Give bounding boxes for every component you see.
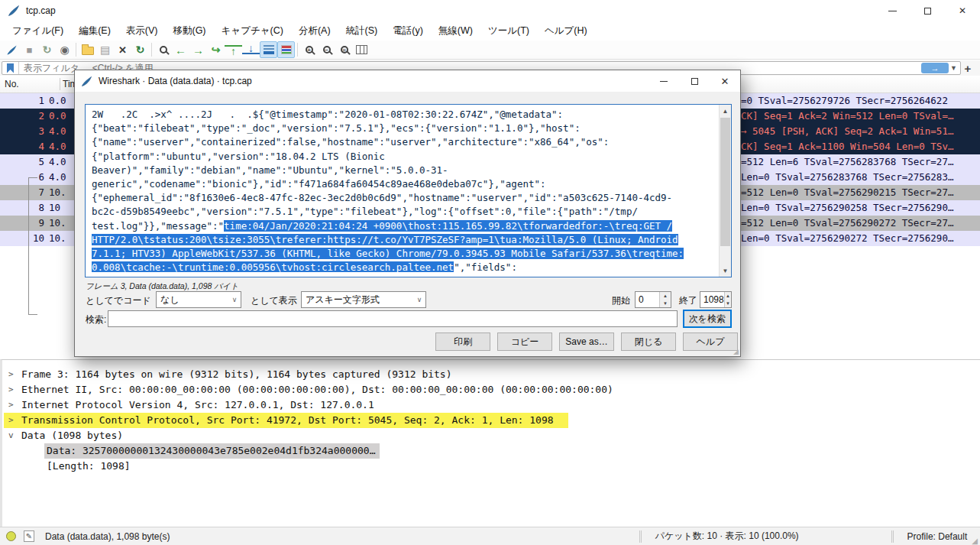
- maximize-button[interactable]: [910, 0, 945, 21]
- menu-tools[interactable]: ツール(T): [480, 21, 537, 41]
- zoom-in-icon[interactable]: +: [300, 41, 318, 58]
- menu-capture[interactable]: キャプチャ(C): [214, 21, 291, 41]
- print-button[interactable]: 印刷: [435, 333, 490, 351]
- status-profile[interactable]: Profile: Default: [907, 531, 968, 542]
- decode-as-label: としてでコード: [86, 294, 151, 307]
- decode-as-value: なし: [157, 294, 228, 307]
- add-filter-button[interactable]: +: [961, 61, 975, 75]
- menu-file[interactable]: ファイル(F): [5, 21, 71, 41]
- expand-arrow-icon[interactable]: >: [8, 367, 14, 382]
- decode-as-select[interactable]: なし ∨: [156, 291, 241, 308]
- tcp-stream-bracket: [28, 177, 37, 315]
- dialog-maximize-button[interactable]: [679, 70, 710, 92]
- close-file-icon[interactable]: [114, 41, 131, 58]
- find-next-button[interactable]: 次を検索: [683, 310, 732, 328]
- menu-wireless[interactable]: 無線(W): [431, 21, 480, 41]
- save-file-icon[interactable]: [96, 41, 114, 58]
- go-back-icon[interactable]: [172, 41, 189, 58]
- dialog-resize-grip[interactable]: ◢: [733, 348, 739, 355]
- filter-bookmark-button[interactable]: [2, 62, 19, 74]
- detail-row-ethernet[interactable]: >Ethernet II, Src: 00:00:00_00:00:00 (00…: [2, 382, 980, 397]
- go-first-icon[interactable]: [225, 45, 242, 56]
- spinner-arrows-icon[interactable]: ▲▼: [724, 292, 731, 307]
- detail-row-data-length[interactable]: [Length: 1098]: [2, 459, 980, 474]
- scroll-down-icon[interactable]: ▼: [720, 264, 731, 277]
- copy-button[interactable]: コピー: [497, 333, 552, 351]
- dialog-scrollbar[interactable]: ▲ ▼: [719, 105, 731, 277]
- auto-scroll-icon[interactable]: [260, 41, 277, 58]
- close-button[interactable]: ✕: [945, 0, 980, 21]
- menu-help[interactable]: ヘルプ(H): [537, 21, 595, 41]
- detail-text: Transmission Control Protocol, Src Port:…: [21, 414, 554, 426]
- filter-dropdown-caret-icon[interactable]: ▼: [950, 64, 957, 72]
- reload-file-icon[interactable]: [131, 41, 149, 58]
- bookmark-icon: [7, 63, 14, 73]
- stop-capture-icon[interactable]: [21, 41, 38, 58]
- open-file-icon[interactable]: [79, 41, 96, 58]
- find-input[interactable]: [108, 310, 678, 327]
- start-spinbox[interactable]: 0 ▲▼: [635, 291, 671, 308]
- go-to-packet-icon[interactable]: [207, 41, 225, 58]
- go-forward-icon[interactable]: [189, 41, 207, 58]
- detail-row-tcp[interactable]: >Transmission Control Protocol, Src Port…: [2, 413, 980, 428]
- packet-no: 3: [0, 124, 44, 139]
- toolbar-separator: [76, 43, 76, 57]
- help-button[interactable]: ヘルプ: [683, 333, 738, 351]
- restart-capture-icon[interactable]: [38, 41, 56, 58]
- spinner-arrows-icon[interactable]: ▲▼: [659, 292, 671, 307]
- end-spinbox[interactable]: 1098 ▲▼: [700, 291, 732, 308]
- packet-time: 10.: [49, 231, 66, 246]
- save-as-button[interactable]: Save as…: [559, 333, 614, 351]
- collapse-arrow-icon[interactable]: v: [8, 428, 14, 443]
- packet-info: =512 Len=0 TSval=2756290215 TSecr=27…: [741, 185, 953, 200]
- packet-time: 0.0: [49, 109, 66, 124]
- menu-statistics[interactable]: 統計(S): [338, 21, 386, 41]
- status-separator: [639, 530, 640, 543]
- packet-bytes-textarea[interactable]: 2W .2C .>x^ ....2J . .${"@timestamp":"20…: [85, 104, 732, 277]
- zoom-reset-icon[interactable]: =: [335, 41, 353, 58]
- packet-info: Len=0 TSval=2756290258 TSecr=2756290…: [741, 200, 953, 216]
- show-as-value: アスキー文字形式: [302, 294, 413, 307]
- expand-arrow-icon[interactable]: >: [8, 397, 14, 413]
- packet-time: 10.: [49, 216, 66, 231]
- dialog-buttons-row: 印刷 コピー Save as… 閉じる ヘルプ: [75, 333, 742, 351]
- column-no[interactable]: No.: [5, 79, 19, 89]
- show-as-select[interactable]: アスキー文字形式 ∨: [301, 291, 426, 308]
- start-capture-icon[interactable]: [3, 41, 21, 58]
- packet-no: 1: [0, 93, 44, 109]
- column-divider[interactable]: [60, 78, 60, 90]
- menu-go[interactable]: 移動(G): [165, 21, 213, 41]
- resize-columns-icon[interactable]: [353, 41, 370, 58]
- expand-arrow-icon[interactable]: >: [8, 382, 14, 397]
- menu-telephony[interactable]: 電話(y): [385, 21, 431, 41]
- detail-row-data-hex[interactable]: Data: 32570000000132430000043e785e002e04…: [2, 443, 980, 459]
- find-packet-icon[interactable]: [154, 41, 172, 58]
- detail-text: Data (1098 bytes): [21, 430, 123, 441]
- detail-row-data[interactable]: vData (1098 bytes): [2, 428, 980, 443]
- expert-info-icon[interactable]: [6, 531, 16, 541]
- minimize-button[interactable]: [875, 0, 910, 21]
- packet-details-pane: >Frame 3: 1164 bytes on wire (9312 bits)…: [0, 359, 980, 527]
- colorize-icon[interactable]: [277, 41, 295, 58]
- packet-no: 2: [0, 109, 44, 124]
- menu-edit[interactable]: 編集(E): [71, 21, 118, 41]
- detail-row-ip[interactable]: >Internet Protocol Version 4, Src: 127.0…: [2, 397, 980, 413]
- packet-info: Len=0 TSval=2756283768 TSecr=2756283…: [741, 170, 953, 185]
- apply-filter-button[interactable]: →: [921, 63, 949, 73]
- zoom-out-icon[interactable]: −: [318, 41, 335, 58]
- capture-comment-icon[interactable]: ✎: [24, 530, 34, 542]
- scrollbar-thumb[interactable]: [720, 118, 730, 246]
- resize-grip[interactable]: ◢: [972, 537, 978, 545]
- dialog-close-action-button[interactable]: 閉じる: [621, 333, 676, 351]
- decode-controls-row: としてでコード なし ∨ として表示 アスキー文字形式 ∨ 開始 0 ▲▼ 終了…: [75, 291, 742, 308]
- capture-options-icon[interactable]: [56, 41, 73, 58]
- dialog-titlebar[interactable]: Wireshark · Data (data.data) · tcp.cap ✕: [75, 70, 740, 92]
- go-last-icon[interactable]: [242, 44, 260, 54]
- dialog-minimize-button[interactable]: [648, 70, 679, 92]
- expand-arrow-icon[interactable]: >: [8, 413, 14, 428]
- menu-view[interactable]: 表示(V): [118, 21, 166, 41]
- dialog-close-button[interactable]: ✕: [710, 70, 740, 92]
- menu-analyze[interactable]: 分析(A): [291, 21, 338, 41]
- detail-row-frame[interactable]: >Frame 3: 1164 bytes on wire (9312 bits)…: [2, 367, 980, 382]
- scroll-up-icon[interactable]: ▲: [720, 105, 731, 117]
